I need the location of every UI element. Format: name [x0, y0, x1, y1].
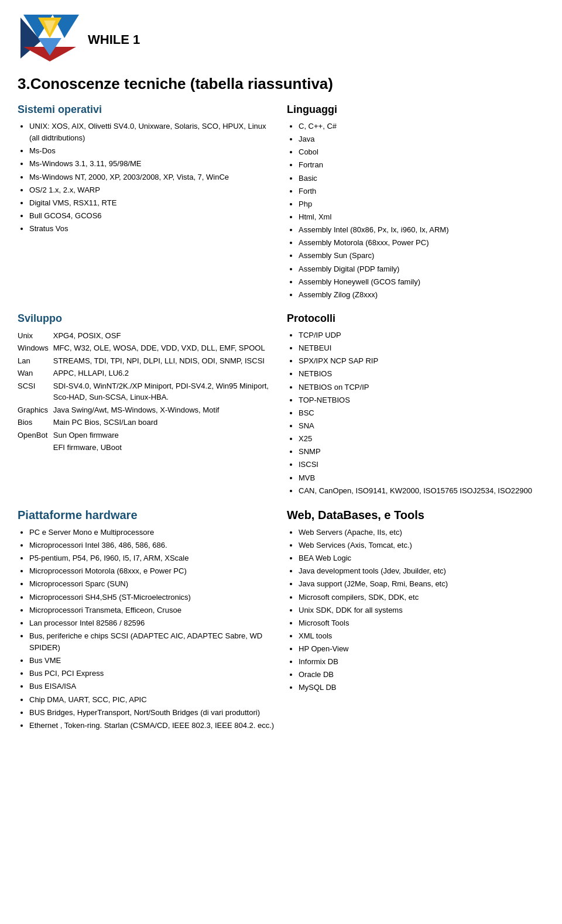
list-item: Informix DB — [299, 656, 544, 668]
list-item: Stratus Vos — [29, 223, 275, 235]
list-item: Assembly Intel (80x86, Px, Ix, i960, Ix,… — [299, 224, 544, 236]
list-item: Assembly Sun (Sparc) — [299, 250, 544, 262]
piattaforme-section: Piattaforme hardware PC e Server Mono e … — [18, 509, 275, 733]
piattaforme-title: Piattaforme hardware — [18, 509, 275, 522]
protocolli-section: Protocolli TCP/IP UDP NETBEUI SPX/IPX NC… — [287, 312, 544, 498]
list-item: Fortran — [299, 159, 544, 171]
list-item: TOP-NETBIOS — [299, 394, 544, 406]
list-item: Lan processor Intel 82586 / 82596 — [29, 617, 275, 629]
sistemi-operativi-title: Sistemi operativi — [18, 104, 275, 116]
list-item: Ms-Windows NT, 2000, XP, 2003/2008, XP, … — [29, 171, 275, 183]
linguaggi-title: Linguaggi — [287, 104, 544, 116]
table-row: Unix XPG4, POSIX, OSF — [18, 329, 275, 342]
list-item: Assembly Zilog (Z8xxx) — [299, 289, 544, 301]
list-item: Bus PCI, PCI Express — [29, 668, 275, 679]
row-value: SDI-SV4.0, WinNT/2K./XP Miniport, PDI-SV… — [53, 380, 275, 404]
list-item: SNMP — [299, 446, 544, 458]
list-item: Bus VME — [29, 655, 275, 667]
list-item: NETBEUI — [299, 342, 544, 354]
row-value: EFI firmware, UBoot — [53, 441, 275, 454]
table-row: SCSI SDI-SV4.0, WinNT/2K./XP Miniport, P… — [18, 380, 275, 404]
bottom-section: Piattaforme hardware PC e Server Mono e … — [18, 509, 544, 733]
row-label: Bios — [18, 416, 53, 429]
table-row: Graphics Java Swing/Awt, MS-Windows, X-W… — [18, 404, 275, 417]
list-item: Html, Xml — [299, 211, 544, 223]
row-value: APPC, HLLAPI, LU6.2 — [53, 367, 275, 380]
list-item: Bus, periferiche e chips SCSI (ADAPTEC A… — [29, 630, 275, 654]
piattaforme-list: PC e Server Mono e Multiprocessore Micro… — [18, 527, 275, 731]
list-item: Chip DMA, UART, SCC, PIC, APIC — [29, 694, 275, 706]
main-title: 3.Conoscenze tecniche (tabella riassunti… — [18, 75, 544, 93]
list-item: Bull GCOS4, GCOS6 — [29, 210, 275, 222]
while1-label: WHILE 1 — [88, 29, 140, 47]
row-label: OpenBot — [18, 429, 53, 442]
list-item: NETBIOS on TCP/IP — [299, 382, 544, 393]
row-value: Main PC Bios, SCSI/Lan board — [53, 416, 275, 429]
row-label — [18, 441, 53, 454]
table-row: Windows MFC, W32, OLE, WOSA, DDE, VDD, V… — [18, 342, 275, 355]
list-item: OS/2 1.x, 2.x, WARP — [29, 184, 275, 196]
middle-section: Sviluppo Unix XPG4, POSIX, OSF Windows M… — [18, 312, 544, 498]
list-item: BSC — [299, 407, 544, 419]
table-row: Lan STREAMS, TDI, TPI, NPI, DLPI, LLI, N… — [18, 355, 275, 367]
list-item: Cobol — [299, 146, 544, 158]
list-item: Assembly Honeywell (GCOS family) — [299, 276, 544, 288]
header: WHILE 1 — [18, 12, 544, 64]
table-row: OpenBot Sun Open firmware — [18, 429, 275, 442]
list-item: PC e Server Mono e Multiprocessore — [29, 527, 275, 538]
list-item: NETBIOS — [299, 368, 544, 380]
protocolli-list: TCP/IP UDP NETBEUI SPX/IPX NCP SAP RIP N… — [287, 329, 544, 497]
list-item: UNIX: XOS, AIX, Olivetti SV4.0, Unixware… — [29, 121, 275, 144]
row-value: Java Swing/Awt, MS-Windows, X-Windows, M… — [53, 404, 275, 417]
row-label: Lan — [18, 355, 53, 367]
row-value: Sun Open firmware — [53, 429, 275, 442]
table-row: Wan APPC, HLLAPI, LU6.2 — [18, 367, 275, 380]
list-item: Microprocessori Motorola (68xxx, e Power… — [29, 565, 275, 577]
linguaggi-section: Linguaggi C, C++, C# Java Cobol Fortran … — [287, 104, 544, 302]
list-item: MVB — [299, 472, 544, 484]
list-item: Microsoft compilers, SDK, DDK, etc — [299, 592, 544, 603]
sviluppo-section: Sviluppo Unix XPG4, POSIX, OSF Windows M… — [18, 312, 275, 498]
list-item: Microsoft Tools — [299, 617, 544, 629]
list-item: Digital VMS, RSX11, RTE — [29, 197, 275, 209]
linguaggi-list: C, C++, C# Java Cobol Fortran Basic Fort… — [287, 121, 544, 301]
protocolli-title: Protocolli — [287, 312, 544, 325]
list-item: P5-pentium, P54, P6, I960, I5, I7, ARM, … — [29, 552, 275, 564]
row-label: Unix — [18, 329, 53, 342]
list-item: Microprocessori Transmeta, Efficeon, Cru… — [29, 604, 275, 616]
row-label: SCSI — [18, 380, 53, 404]
table-row: Bios Main PC Bios, SCSI/Lan board — [18, 416, 275, 429]
top-section: Sistemi operativi UNIX: XOS, AIX, Olivet… — [18, 104, 544, 302]
list-item: Web Services (Axis, Tomcat, etc.) — [299, 540, 544, 551]
list-item: Oracle DB — [299, 669, 544, 681]
row-label: Wan — [18, 367, 53, 380]
list-item: MySQL DB — [299, 682, 544, 693]
list-item: TCP/IP UDP — [299, 329, 544, 341]
logo — [18, 12, 82, 64]
sistemi-operativi-section: Sistemi operativi UNIX: XOS, AIX, Olivet… — [18, 104, 275, 302]
sistemi-operativi-list: UNIX: XOS, AIX, Olivetti SV4.0, Unixware… — [18, 121, 275, 235]
list-item: Java — [299, 133, 544, 145]
web-databases-title: Web, DataBases, e Tools — [287, 509, 544, 522]
list-item: C, C++, C# — [299, 121, 544, 132]
row-value: MFC, W32, OLE, WOSA, DDE, VDD, VXD, DLL,… — [53, 342, 275, 355]
list-item: Php — [299, 198, 544, 210]
list-item: Forth — [299, 186, 544, 197]
list-item: SPX/IPX NCP SAP RIP — [299, 355, 544, 367]
list-item: Bus EISA/ISA — [29, 681, 275, 692]
list-item: Assembly Digital (PDP family) — [299, 263, 544, 275]
list-item: Microprocessori Sparc (SUN) — [29, 578, 275, 590]
list-item: BEA Web Logic — [299, 552, 544, 564]
list-item: Unix SDK, DDK for all systems — [299, 604, 544, 616]
list-item: ISCSI — [299, 459, 544, 470]
list-item: Ms-Windows 3.1, 3.11, 95/98/ME — [29, 158, 275, 170]
list-item: Ms-Dos — [29, 145, 275, 157]
list-item: X25 — [299, 433, 544, 445]
list-item: Web Servers (Apache, IIs, etc) — [299, 527, 544, 538]
sviluppo-table: Unix XPG4, POSIX, OSF Windows MFC, W32, … — [18, 329, 275, 454]
list-item: Java support (J2Me, Soap, Rmi, Beans, et… — [299, 578, 544, 590]
list-item: Microprocessori Intel 386, 486, 586, 686… — [29, 540, 275, 551]
list-item: HP Open-View — [299, 643, 544, 655]
row-value: STREAMS, TDI, TPI, NPI, DLPI, LLI, NDIS,… — [53, 355, 275, 367]
list-item: CAN, CanOpen, ISO9141, KW2000, ISO15765 … — [299, 485, 544, 497]
